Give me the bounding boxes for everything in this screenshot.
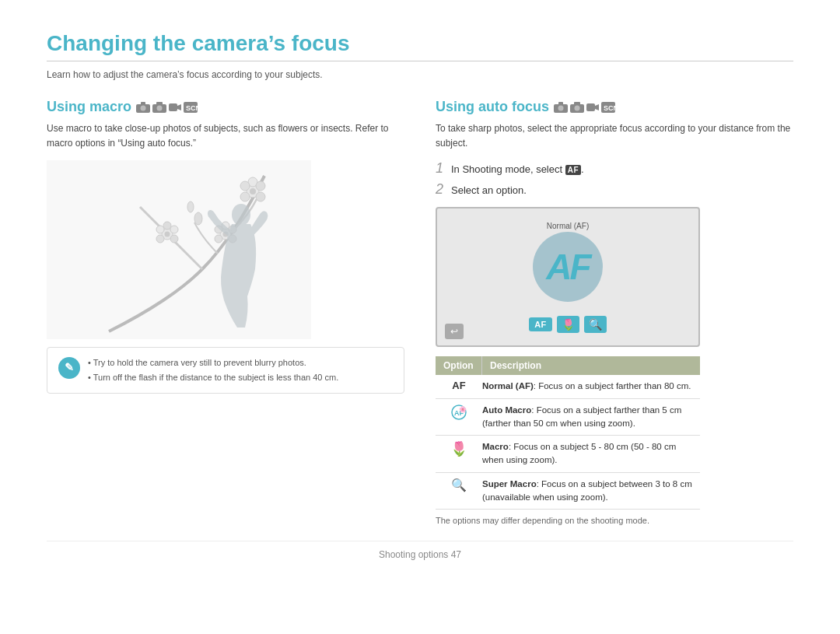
- svg-text:SCN: SCN: [604, 104, 615, 112]
- page-container: Changing the camera’s focus Learn how to…: [0, 0, 840, 583]
- option-desc-supermacro: Super Macro: Focus on a subject between …: [482, 478, 700, 505]
- svg-text:🌸: 🌸: [459, 405, 467, 413]
- af-button[interactable]: AF: [529, 317, 552, 331]
- right-section-title: Using auto focus SCN: [436, 99, 793, 115]
- macro-illustration: [47, 160, 311, 339]
- tip-line-1: • Try to hold the camera very still to p…: [88, 356, 338, 370]
- af-screen-label: Normal (AF): [547, 222, 589, 230]
- svg-marker-7: [177, 104, 181, 110]
- option-desc-automacro: Auto Macro: Focus on a subject farther t…: [482, 404, 700, 431]
- option-desc-af: Normal (AF): Focus on a subject farther …: [482, 380, 700, 393]
- svg-point-32: [194, 212, 202, 225]
- left-section-body: Use macro to take close-up photos of sub…: [47, 121, 404, 151]
- svg-point-30: [156, 226, 164, 233]
- table-row: 🌷 Macro: Focus on a subject 5 - 80 cm (5…: [436, 436, 700, 473]
- option-icon-supermacro: 🔍: [436, 478, 482, 492]
- table-row: AF 🌸 Auto Macro: Focus on a subject fart…: [436, 399, 700, 436]
- camera-screen: Normal (AF) AF AF 🌷 🔍 ↩: [436, 207, 700, 347]
- svg-point-14: [256, 192, 265, 201]
- svg-point-33: [187, 201, 194, 212]
- af-badge-step: AF: [565, 165, 581, 175]
- camera-icon-1: [136, 102, 150, 113]
- svg-rect-4: [156, 102, 163, 105]
- svg-point-27: [170, 226, 178, 233]
- option-desc-macro: Macro: Focus on a subject 5 - 80 cm (50 …: [482, 440, 700, 468]
- left-section-title: Using macro SCN: [47, 99, 404, 115]
- right-section-icons: SCN: [554, 102, 615, 113]
- col-option-header: Option: [436, 356, 482, 375]
- macro-button[interactable]: 🌷: [557, 316, 579, 333]
- svg-point-34: [232, 204, 250, 226]
- step-1: 1 In Shooting mode, select AF.: [436, 160, 793, 177]
- svg-point-17: [250, 188, 256, 194]
- supermacro-button[interactable]: 🔍: [584, 316, 607, 333]
- svg-rect-1: [141, 102, 145, 105]
- right-section-body: To take sharp photos, select the appropr…: [436, 121, 793, 151]
- svg-point-29: [156, 235, 164, 243]
- automacro-icon: AF 🌸: [450, 404, 467, 421]
- left-section-icons: SCN: [136, 102, 198, 113]
- svg-point-37: [558, 105, 564, 110]
- af-circle: AF: [533, 232, 603, 302]
- options-table: Option Description AF Normal (AF): Focus…: [436, 356, 700, 510]
- page-subtitle: Learn how to adjust the camera’s focus a…: [47, 69, 793, 80]
- svg-point-2: [141, 105, 146, 110]
- mode-icon: SCN: [184, 102, 198, 113]
- svg-text:SCN: SCN: [186, 104, 198, 112]
- step-1-text: In Shooting mode, select AF.: [451, 163, 584, 175]
- svg-point-22: [215, 235, 222, 243]
- table-row: AF Normal (AF): Focus on a subject farth…: [436, 375, 700, 398]
- table-header: Option Description: [436, 356, 700, 375]
- step-2: 2 Select an option.: [436, 181, 793, 198]
- table-footnote: The options may differ depending on the …: [436, 516, 793, 525]
- step-2-text: Select an option.: [451, 184, 527, 196]
- svg-point-26: [163, 222, 171, 229]
- macro-flower-icon: 🌷: [450, 440, 467, 457]
- page-footer: Shooting options 47: [47, 541, 793, 560]
- back-button[interactable]: ↩: [445, 324, 464, 339]
- camera-icon-r1: [554, 102, 568, 113]
- svg-point-15: [240, 192, 250, 201]
- svg-point-28: [170, 235, 178, 243]
- af-big-text: AF: [546, 246, 589, 288]
- tip-box: ✎ • Try to hold the camera very still to…: [47, 347, 404, 393]
- right-column: Using auto focus SCN To take sharp photo…: [436, 99, 793, 525]
- svg-rect-36: [558, 102, 563, 105]
- svg-rect-39: [574, 102, 580, 105]
- footer-text: Shooting options 47: [379, 549, 461, 560]
- video-icon: [169, 102, 181, 113]
- svg-rect-41: [586, 103, 595, 111]
- tip-content: • Try to hold the camera very still to p…: [88, 356, 338, 384]
- svg-point-16: [240, 181, 250, 191]
- option-icon-macro: 🌷: [436, 440, 482, 457]
- camera-icon-2: [152, 102, 166, 113]
- svg-point-40: [575, 105, 580, 110]
- tip-icon: ✎: [58, 357, 80, 379]
- af-icons-row: AF 🌷 🔍: [529, 316, 607, 333]
- svg-point-13: [256, 181, 265, 191]
- page-title: Changing the camera’s focus: [47, 31, 793, 56]
- svg-point-31: [165, 232, 170, 237]
- flower-branch-svg: [47, 160, 311, 339]
- svg-rect-10: [47, 160, 311, 339]
- steps-container: 1 In Shooting mode, select AF. 2 Select …: [436, 160, 793, 198]
- col-desc-header: Description: [482, 356, 700, 375]
- mode-icon-r: SCN: [601, 102, 615, 113]
- camera-icon-r2: [570, 102, 584, 113]
- svg-rect-6: [169, 103, 177, 111]
- left-column: Using macro SCN Use macro to take close-…: [47, 99, 404, 525]
- two-column-layout: Using macro SCN Use macro to take close-…: [47, 99, 793, 525]
- svg-point-5: [157, 105, 163, 110]
- supermacro-search-icon: 🔍: [451, 478, 467, 492]
- svg-marker-42: [595, 104, 599, 110]
- option-icon-af: AF: [436, 380, 482, 391]
- table-row: 🔍 Super Macro: Focus on a subject betwee…: [436, 473, 700, 510]
- option-icon-automacro: AF 🌸: [436, 404, 482, 421]
- video-icon-r: [586, 102, 599, 113]
- tip-line-2: • Turn off the flash if the distance to …: [88, 370, 338, 385]
